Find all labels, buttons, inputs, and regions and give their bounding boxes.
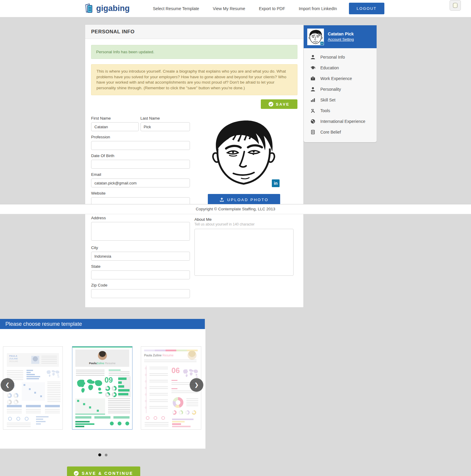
decor-lines [26,409,41,413]
logo[interactable]: gigabing [85,3,130,14]
sidebar-item-personality[interactable]: Personality [304,84,377,95]
decor-line [171,380,177,381]
email-label: Email [91,172,190,177]
sidebar-item-label: Work Experience [320,76,352,81]
save-button-label: SAVE [276,102,290,107]
email-field[interactable] [91,178,190,187]
preview-title: PaulaZuline Resume [75,361,129,365]
first-name-field[interactable] [91,122,139,131]
template-thumbnail-2-selected[interactable]: PaulaZuline Resume 09 [72,346,132,430]
nav-select-resume-template[interactable]: Select Resume Template [153,6,199,11]
sidebar-item-skill-set[interactable]: Skill Set [304,95,377,105]
logo-documents-icon [85,3,94,14]
first-name-label: First Name [91,116,139,120]
name-row: First Name Last Name [91,112,190,131]
linkedin-mini-badge-icon: in [320,42,324,45]
profession-label: Profession [91,135,190,139]
world-map-graphic [46,369,60,378]
preview-skill-bars [118,376,131,397]
logout-button[interactable]: LOGOUT [349,3,384,14]
upload-photo-button[interactable]: UPLOAD PHOTO [208,194,280,205]
linkedin-badge-icon: in [272,179,280,187]
profession-field[interactable] [91,141,190,150]
carousel-dots [0,452,205,458]
last-name-field[interactable] [141,122,190,131]
decor-pill [26,405,41,407]
state-field[interactable] [91,270,190,279]
preview-header: PAULA ZULINE RESUME [7,353,59,367]
carousel-prev-button[interactable]: ❮ [1,378,14,392]
decor-icon [16,417,20,421]
carousel-dot-active[interactable] [98,453,101,456]
save-button[interactable]: SAVE [261,99,297,109]
intro-alert: This is where you introduce yourself. Cr… [91,64,297,95]
preview-photo [98,351,107,360]
upload-photo-label: UPLOAD PHOTO [227,198,269,202]
scatter-graphic [22,382,45,401]
decor-lines [7,409,22,413]
zip-label: Zip Code [91,283,190,287]
about-me-label: About Me [194,217,294,222]
avatar: in [307,29,324,45]
nav-links: Select Resume Template View My Resume Ex… [153,6,337,11]
decor-lines [45,409,60,413]
sidebar-item-label: International Experience [320,119,365,124]
decor-lines [108,398,130,414]
user-card: in Catatan Pick Account Setting [304,25,377,48]
about-me-hint: Tell us about yourself in 140 character [194,222,294,226]
save-and-continue-button[interactable]: SAVE & CONTINUE [67,466,140,476]
template-carousel: PAULA ZULINE RESUME 06 [0,329,205,449]
zip-field[interactable] [91,289,190,298]
account-setting-link[interactable]: Account Setting [328,37,354,42]
carousel-dot[interactable] [105,454,107,456]
template-chooser-title: Please choose resume template [0,319,205,329]
profile-photo: in [207,114,280,191]
sidebar-item-tools[interactable]: Tools [304,105,377,116]
decor-pill [75,416,91,419]
page-title: PERSONAL INFO [85,25,303,39]
decor-lines [76,370,105,376]
copyright-footer: Copyright © Contemplate Staffing, LLC 20… [0,204,471,214]
nav-import-from-linkedin[interactable]: Import from LinkedIn [299,6,337,11]
person-icon [310,87,316,92]
nav-view-my-resume[interactable]: View My Resume [213,6,245,11]
coin-stack-overlay-icon[interactable] [450,0,461,11]
coins-icon [452,3,458,8]
save-and-continue-label: SAVE & CONTINUE [82,471,133,476]
city-field[interactable] [91,252,190,261]
preview-photo [188,351,196,360]
sidebar-item-label: Personal Info [320,55,345,60]
carousel-next-button[interactable]: ❯ [190,378,203,392]
upload-icon [219,197,224,202]
dob-field[interactable] [91,160,190,169]
success-alert: Personal Info has been updated. [91,45,297,59]
decor-icon [118,422,121,425]
sidebar-item-label: Tools [320,108,330,113]
preview-big-number: 09 [105,376,113,384]
sidebar-item-personal-info[interactable]: Personal Info [304,52,377,62]
decor-icon [146,416,149,420]
decor-strip [72,347,132,347]
decor-icon [154,416,157,420]
chevron-right-icon: ❯ [194,382,199,388]
decor-line [109,370,121,370]
logo-text: gigabing [96,4,130,13]
address-field[interactable] [91,222,190,241]
sidebar-item-label: Skill Set [320,98,336,102]
sidebar-item-international-experience[interactable]: International Experience [304,116,377,127]
preview-header: PaulaZuline Resume [75,350,129,367]
sidebar-item-work-experience[interactable]: Work Experience [304,73,377,84]
sidebar-item-education[interactable]: Education [304,62,377,73]
scatter-graphic [75,398,105,414]
profile-photo-art [207,114,280,191]
decor-lines [144,360,196,363]
donut-graphic [7,393,12,398]
nav-export-to-pdf[interactable]: Export to PDF [259,6,285,11]
about-me-field[interactable] [194,229,294,276]
personal-info-panel: PERSONAL INFO Personal Info has been upd… [85,24,304,308]
preview-photo [31,356,39,364]
sidebar-item-core-belief[interactable]: Core Belief [304,127,377,137]
user-name: Catatan Pick [328,32,354,36]
decor-icon [8,417,12,421]
save-row: SAVE [91,99,297,109]
